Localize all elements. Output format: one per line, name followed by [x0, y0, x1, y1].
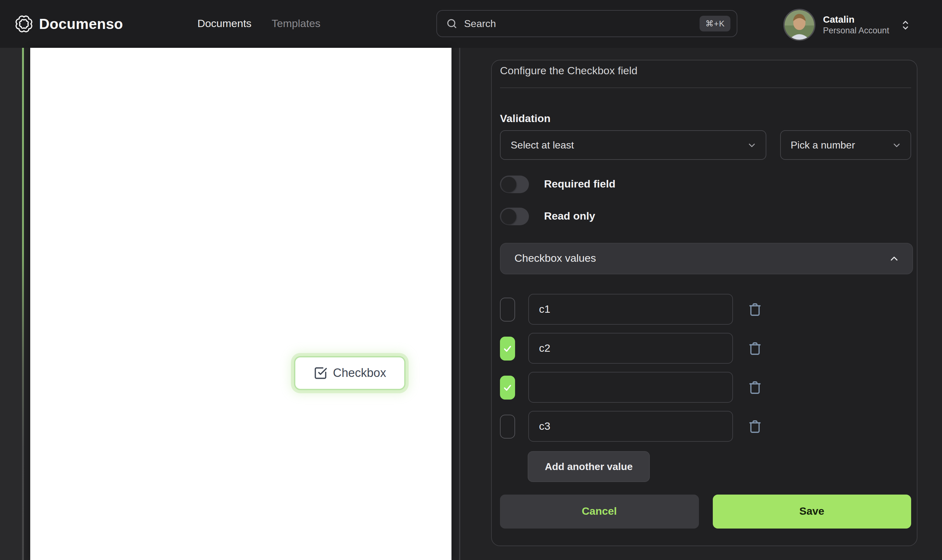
- avatar: [783, 9, 816, 41]
- panel-divider: [500, 88, 911, 88]
- read-only-label: Read only: [544, 210, 595, 223]
- checkbox-value-row: [500, 411, 911, 442]
- checkbox-values-header-label: Checkbox values: [515, 252, 888, 265]
- cancel-button[interactable]: Cancel: [500, 495, 698, 529]
- required-field-label: Required field: [544, 178, 615, 191]
- validation-controls: Select at least Pick a number: [500, 130, 911, 160]
- chevron-up-icon: [888, 253, 900, 264]
- add-another-value-button[interactable]: Add another value: [528, 451, 650, 482]
- checkbox-values-accordion[interactable]: Checkbox values: [500, 243, 913, 274]
- user-menu[interactable]: Catalin Personal Account: [783, 9, 911, 41]
- panel-actions: Cancel Save: [500, 495, 911, 529]
- trash-icon: [748, 419, 763, 434]
- chevron-down-icon: [746, 140, 757, 150]
- value-checkbox[interactable]: [500, 336, 515, 360]
- read-only-toggle-row: Read only: [500, 208, 911, 225]
- save-button[interactable]: Save: [712, 495, 911, 529]
- validation-label: Validation: [500, 112, 911, 125]
- document-page[interactable]: Checkbox: [30, 48, 452, 560]
- check-icon: [503, 343, 513, 353]
- checkbox-field[interactable]: Checkbox: [294, 356, 405, 390]
- documenso-logo-icon: [15, 15, 33, 33]
- checkbox-value-row: [500, 294, 911, 325]
- app-root: Documenso Documents Templates Search ⌘+K: [0, 0, 942, 560]
- toggle-knob: [501, 177, 516, 192]
- field-label: Checkbox: [333, 366, 386, 380]
- validation-rule-value: Select at least: [511, 139, 746, 151]
- workspace: Checkbox Configure the Checkbox field Va…: [0, 48, 942, 560]
- validation-number-value: Pick a number: [791, 139, 892, 151]
- nav-link-templates[interactable]: Templates: [272, 18, 321, 30]
- value-input[interactable]: [528, 333, 733, 364]
- search-shortcut-badge: ⌘+K: [700, 16, 731, 31]
- value-input[interactable]: [528, 294, 733, 325]
- validation-number-select[interactable]: Pick a number: [780, 130, 911, 160]
- pane-divider: [459, 48, 460, 560]
- progress-accent-line: [22, 48, 24, 560]
- value-input[interactable]: [528, 372, 733, 403]
- trash-icon: [748, 380, 763, 395]
- read-only-toggle[interactable]: [500, 208, 529, 225]
- checkbox-square-icon: [314, 366, 327, 380]
- checkbox-value-row: [500, 333, 911, 364]
- delete-value-button[interactable]: [747, 301, 763, 317]
- left-rail: [0, 48, 22, 560]
- value-checkbox[interactable]: [500, 297, 515, 321]
- required-field-toggle-row: Required field: [500, 175, 911, 193]
- primary-nav: Documents Templates: [197, 18, 321, 30]
- checkbox-values-list: [500, 294, 911, 442]
- brand-title: Documenso: [39, 15, 123, 32]
- user-info: Catalin Personal Account: [823, 13, 889, 37]
- brand-home-link[interactable]: Documenso: [15, 15, 123, 33]
- user-name: Catalin: [823, 13, 889, 25]
- delete-value-button[interactable]: [747, 379, 763, 395]
- delete-value-button[interactable]: [747, 340, 763, 357]
- top-navbar: Documenso Documents Templates Search ⌘+K: [0, 0, 942, 48]
- required-field-toggle[interactable]: [500, 175, 529, 193]
- value-input[interactable]: [528, 411, 733, 442]
- toggle-knob: [501, 209, 516, 224]
- value-checkbox[interactable]: [500, 414, 515, 438]
- trash-icon: [748, 302, 763, 317]
- value-checkbox[interactable]: [500, 375, 515, 399]
- check-icon: [503, 382, 513, 392]
- search-input[interactable]: Search ⌘+K: [436, 10, 737, 37]
- nav-link-documents[interactable]: Documents: [197, 18, 251, 30]
- chevron-down-icon: [892, 140, 902, 150]
- chevrons-up-down-icon: [900, 18, 911, 31]
- checkbox-value-row: [500, 372, 911, 403]
- trash-icon: [748, 341, 763, 356]
- search-placeholder: Search: [464, 18, 700, 29]
- field-settings-panel: Configure the Checkbox field Validation …: [491, 60, 917, 546]
- panel-title: Configure the Checkbox field: [500, 64, 911, 78]
- user-account-type: Personal Account: [823, 25, 889, 37]
- search-icon: [446, 18, 458, 29]
- validation-rule-select[interactable]: Select at least: [500, 130, 766, 160]
- delete-value-button[interactable]: [747, 418, 763, 434]
